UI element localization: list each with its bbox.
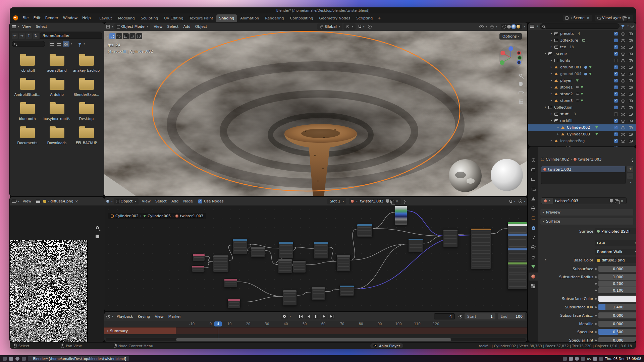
summary-channel[interactable]: ▾ Summary <box>104 327 176 334</box>
properties-tab-constraints[interactable] <box>529 253 538 261</box>
hide-in-viewport-icon[interactable] <box>621 113 625 116</box>
tab-shading[interactable]: Shading <box>216 14 237 22</box>
shader-node[interactable] <box>357 224 373 237</box>
viewport-menu-view[interactable]: View <box>151 24 165 29</box>
visibility-checkbox[interactable] <box>614 45 618 49</box>
outliner-row[interactable]: ▸tex18 <box>528 44 636 51</box>
expand-toggle[interactable]: ▸ <box>550 32 553 35</box>
property-dropdown[interactable]: Random Walk▾ <box>595 249 636 255</box>
filter-icon[interactable] <box>621 25 625 27</box>
visibility-checkbox[interactable] <box>614 99 618 103</box>
mode-dropdown[interactable]: Object Mode ▾ <box>114 23 151 30</box>
shader-node[interactable] <box>395 205 407 225</box>
shader-menu-add[interactable]: Add <box>169 199 181 203</box>
snap-icon[interactable] <box>359 25 361 28</box>
folder-item[interactable]: Downloads <box>42 125 72 145</box>
tool-move[interactable] <box>129 33 136 39</box>
disable-in-render-icon[interactable] <box>629 59 633 62</box>
tab-sculpting[interactable]: Sculpting <box>138 14 161 22</box>
shader-menu-node[interactable]: Node <box>181 199 195 203</box>
expand-toggle[interactable]: ▸ <box>556 132 560 135</box>
properties-tab-tool[interactable] <box>529 156 538 164</box>
expand-toggle[interactable]: ▸ <box>550 79 553 82</box>
outliner-row[interactable]: ▸IcosphereFog <box>528 138 636 144</box>
end-frame-field[interactable]: End 100 <box>498 313 525 319</box>
node-canvas[interactable]: Cylinder.002 › Cylinder.005 › twister1.0… <box>104 205 527 311</box>
tab-layout[interactable]: Layout <box>96 14 115 22</box>
tab-scripting[interactable]: Scripting <box>353 14 376 22</box>
file-search-input[interactable] <box>12 41 45 47</box>
keyboard-icon[interactable] <box>593 357 597 361</box>
property-field[interactable]: 0.000 <box>598 321 636 327</box>
editor-type-icon[interactable] <box>12 25 16 28</box>
visibility-checkbox[interactable] <box>614 79 618 82</box>
visibility-checkbox[interactable] <box>614 112 618 116</box>
properties-tab-modifiers[interactable] <box>529 224 538 232</box>
anim-player-badge[interactable]: ✕ Anim Player <box>370 343 403 348</box>
play-button[interactable] <box>321 314 327 319</box>
tab-animation[interactable]: Animation <box>237 14 262 22</box>
shader-node[interactable] <box>224 279 237 288</box>
hide-in-viewport-icon[interactable] <box>621 106 625 109</box>
scene-selector[interactable]: ▾ Scene × <box>563 15 592 21</box>
hide-in-viewport-icon[interactable] <box>621 133 625 136</box>
hide-in-viewport-icon[interactable] <box>621 73 625 76</box>
tab-texture-paint[interactable]: Texture Paint <box>186 14 216 22</box>
properties-tab-material[interactable] <box>529 273 538 281</box>
tab-rendering[interactable]: Rendering <box>262 14 287 22</box>
properties-tab-scene[interactable] <box>529 195 538 203</box>
expand-arrow[interactable]: ▸ <box>545 258 546 261</box>
zoom-gizmo-icon[interactable] <box>96 226 99 229</box>
toolbar-expand-icon[interactable]: ▸ <box>107 35 109 38</box>
tool-select-circle[interactable] <box>116 33 122 39</box>
shader-node[interactable] <box>227 299 240 308</box>
snap-icon[interactable] <box>509 200 512 203</box>
disable-in-render-icon[interactable] <box>629 66 633 69</box>
slot-dropdown[interactable]: Slot 1 ▾ <box>327 198 346 204</box>
shader-node[interactable] <box>336 255 351 271</box>
viewport-menu-add[interactable]: Add <box>181 24 193 29</box>
folder-item[interactable]: Desktop <box>72 101 101 121</box>
timeline-menu-marker[interactable]: Marker <box>166 314 183 319</box>
outliner-row[interactable]: ▸stone2 <box>528 91 636 98</box>
copy-icon[interactable] <box>623 16 626 19</box>
expand-toggle[interactable]: ▾ <box>544 106 547 109</box>
tool-select-box[interactable] <box>109 33 115 39</box>
terminal-icon[interactable] <box>22 357 26 361</box>
image-menu-icon[interactable] <box>36 200 40 203</box>
properties-tab-particles[interactable] <box>529 234 538 242</box>
tool-annotate[interactable] <box>136 33 142 39</box>
gizmos-toggle-icon[interactable] <box>490 25 494 28</box>
expand-toggle[interactable]: ▸ <box>550 65 553 68</box>
toggle-grid-icon[interactable] <box>519 100 523 104</box>
unlink-image-icon[interactable]: × <box>74 199 79 203</box>
shader-node[interactable] <box>283 290 297 306</box>
property-field[interactable] <box>598 296 636 302</box>
outliner-row[interactable]: ▸Cylinder.003 <box>528 131 636 138</box>
forward-button[interactable]: → <box>19 33 25 39</box>
shader-type-dropdown[interactable]: Object ▾ <box>114 198 139 204</box>
folder-item[interactable]: EFI_BACKUP <box>72 125 101 145</box>
editor-type-icon[interactable] <box>12 200 16 203</box>
image-canvas[interactable] <box>10 205 104 342</box>
expand-toggle[interactable]: ▸ <box>556 126 560 129</box>
solid-shading-icon[interactable] <box>507 25 511 28</box>
filebrowser-menu-view[interactable]: View <box>20 24 34 29</box>
disable-in-render-icon[interactable] <box>629 39 633 42</box>
network-icon[interactable] <box>575 357 579 361</box>
files-icon[interactable] <box>9 357 13 361</box>
hide-in-viewport-icon[interactable] <box>621 93 625 96</box>
material-preview-icon[interactable] <box>512 25 516 28</box>
shader-menu-view[interactable]: View <box>140 199 153 203</box>
property-field[interactable]: 0.000 <box>598 266 636 272</box>
outliner-row[interactable]: ▸presets4 <box>528 31 636 37</box>
outliner-options-icon[interactable] <box>631 24 634 27</box>
properties-tab-viewlayer[interactable] <box>529 185 538 193</box>
shader-node[interactable] <box>232 239 247 254</box>
tab-geometry-nodes[interactable]: Geometry Nodes <box>316 14 353 22</box>
outliner-search-input[interactable] <box>540 23 620 29</box>
proportional-edit-icon[interactable] <box>368 25 372 28</box>
properties-tab-physics[interactable] <box>529 243 538 251</box>
hide-in-viewport-icon[interactable] <box>621 86 625 89</box>
expand-toggle[interactable]: ▸ <box>550 45 553 48</box>
